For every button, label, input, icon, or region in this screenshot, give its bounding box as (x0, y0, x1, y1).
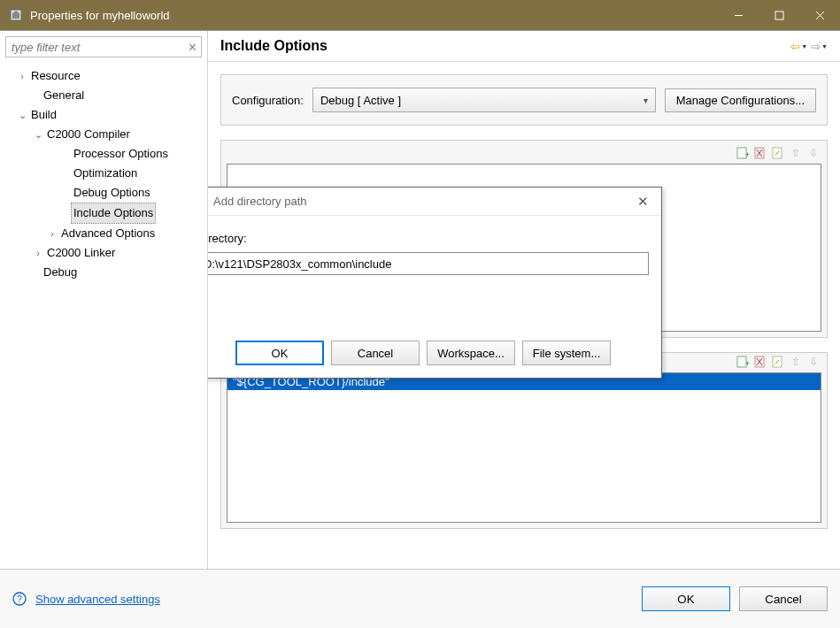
tree-item-processor-options[interactable]: Processor Options (0, 144, 207, 164)
configuration-bar: Configuration: Debug [ Active ] ▾ Manage… (220, 74, 828, 126)
nav-forward-button[interactable]: ⇨▼ (811, 40, 828, 53)
clear-filter-icon[interactable]: ✕ (183, 41, 201, 54)
page-title: Include Options (220, 38, 790, 54)
dialog-ok-button[interactable]: OK (235, 341, 324, 365)
tree-arrow-icon: › (32, 243, 44, 263)
sidebar: ✕ ›ResourceGeneral⌄Build⌄C2000 CompilerP… (0, 31, 208, 569)
dialog-close-button[interactable]: ✕ (632, 194, 654, 210)
include-list-panel-2: + ⇧ ⇩ "${CG_TOOL_ROOT}/include" (220, 352, 828, 529)
tree-item-label: Resource (28, 66, 83, 86)
configuration-select[interactable]: Debug [ Active ] ▾ (312, 88, 656, 112)
tree-item-label: Advanced Options (58, 224, 158, 243)
app-icon (9, 8, 23, 22)
cancel-button[interactable]: Cancel (739, 586, 828, 611)
manage-configurations-button[interactable]: Manage Configurations... (665, 88, 816, 112)
filter-input[interactable] (6, 41, 183, 54)
help-icon[interactable]: ? (12, 592, 27, 606)
add-icon[interactable]: + (735, 146, 751, 160)
tree-item-label: Optimization (71, 164, 140, 183)
dialog-title: Add directory path (213, 195, 632, 208)
title-bar: Properties for myhelloworld (0, 0, 840, 30)
tree-item-debug[interactable]: Debug (0, 263, 207, 282)
content-header: Include Options ⇦▼ ⇨▼ (208, 31, 840, 62)
move-up-icon[interactable]: ⇧ (788, 355, 804, 369)
move-up-icon[interactable]: ⇧ (788, 146, 804, 160)
tree-item-include-options[interactable]: Include Options (0, 203, 207, 224)
add-icon[interactable]: + (735, 355, 751, 369)
tree-item-label: Processor Options (71, 144, 171, 164)
svg-text:+: + (745, 359, 750, 368)
move-down-icon[interactable]: ⇩ (805, 355, 821, 369)
tree-item-label: C2000 Compiler (44, 125, 133, 144)
tree-item-c2000-compiler[interactable]: ⌄C2000 Compiler (0, 125, 207, 144)
dialog-cancel-button[interactable]: Cancel (331, 341, 420, 365)
tree-item-label: Include Options (71, 203, 156, 224)
dialog-workspace-button[interactable]: Workspace... (427, 341, 515, 365)
filter-box: ✕ (5, 36, 202, 57)
directory-input[interactable] (208, 252, 649, 275)
directory-label: Directory: (208, 232, 649, 245)
tree-item-resource[interactable]: ›Resource (0, 66, 207, 86)
tree-item-label: C2000 Linker (44, 243, 118, 263)
tree-arrow-icon: ⌄ (16, 105, 28, 125)
nav-tree: ›ResourceGeneral⌄Build⌄C2000 CompilerPro… (0, 63, 207, 569)
include-listbox-2[interactable]: "${CG_TOOL_ROOT}/include" (227, 372, 821, 523)
close-button[interactable] (799, 0, 840, 30)
tree-arrow-icon: ⌄ (32, 125, 44, 144)
tree-item-debug-options[interactable]: Debug Options (0, 183, 207, 203)
advanced-settings-link[interactable]: Show advanced settings (35, 593, 160, 606)
tree-item-label: Debug Options (71, 183, 153, 203)
tree-item-build[interactable]: ⌄Build (0, 105, 207, 125)
edit-icon[interactable] (770, 355, 786, 369)
content-area: Include Options ⇦▼ ⇨▼ Configuration: Deb… (208, 31, 840, 569)
tree-item-label: General (41, 86, 87, 105)
chevron-down-icon: ▾ (643, 96, 648, 105)
nav-back-button[interactable]: ⇦▼ (790, 40, 807, 53)
tree-item-label: Debug (41, 263, 80, 282)
tree-item-general[interactable]: General (0, 86, 207, 105)
configuration-label: Configuration: (232, 94, 304, 107)
move-down-icon[interactable]: ⇩ (805, 146, 821, 160)
delete-icon[interactable] (752, 146, 768, 160)
add-directory-dialog: Add directory path ✕ Directory: OK Cance… (208, 187, 662, 379)
tree-item-optimization[interactable]: Optimization (0, 164, 207, 183)
tree-item-c2000-linker[interactable]: ›C2000 Linker (0, 243, 207, 263)
ok-button[interactable]: OK (642, 586, 730, 611)
window-title: Properties for myhelloworld (30, 9, 718, 22)
dialog-filesystem-button[interactable]: File system... (522, 341, 611, 365)
edit-icon[interactable] (770, 146, 786, 160)
minimize-button[interactable] (718, 0, 759, 30)
delete-icon[interactable] (752, 355, 768, 369)
svg-rect-2 (775, 11, 783, 19)
svg-text:?: ? (17, 594, 22, 604)
tree-item-label: Build (28, 105, 59, 125)
configuration-value: Debug [ Active ] (320, 94, 401, 107)
maximize-button[interactable] (759, 0, 799, 30)
tree-arrow-icon: › (16, 66, 28, 86)
tree-item-advanced-options[interactable]: ›Advanced Options (0, 224, 207, 243)
tree-arrow-icon: › (46, 224, 58, 243)
footer: ? Show advanced settings OK Cancel (0, 569, 840, 628)
svg-text:+: + (745, 150, 750, 159)
